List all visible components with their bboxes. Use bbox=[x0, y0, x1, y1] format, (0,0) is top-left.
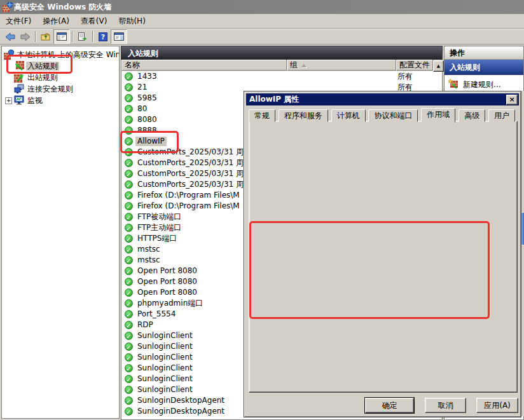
tab-computers[interactable]: 计算机 bbox=[331, 109, 366, 122]
tree-item-connection-security[interactable]: 连接安全规则 bbox=[2, 83, 119, 95]
expand-plus-icon[interactable]: + bbox=[5, 97, 12, 104]
rule-enabled-check-icon: ✓ bbox=[125, 407, 133, 416]
rule-enabled-check-icon: ✓ bbox=[125, 364, 133, 372]
rule-enabled-check-icon: ✓ bbox=[125, 213, 133, 221]
rule-row[interactable]: ✓ 1433 所有 bbox=[121, 71, 442, 82]
rule-name: CustomPorts_2025/03/31 周一 bbox=[135, 147, 253, 157]
sort-ascending-icon bbox=[301, 64, 307, 67]
menu-bar: 文件(F) 操作(A) 查看(V) 帮助(H) bbox=[0, 14, 524, 29]
rule-name: CustomPorts_2025/03/31 周一 bbox=[135, 180, 253, 189]
rule-enabled-check-icon: ✓ bbox=[125, 170, 133, 178]
menu-view[interactable]: 查看(V) bbox=[75, 14, 113, 29]
rule-enabled-check-icon: ✓ bbox=[125, 116, 133, 124]
rule-enabled-check-icon: ✓ bbox=[125, 375, 133, 383]
list-column-headers: 名称 组 配置文件 bbox=[121, 60, 442, 71]
rule-enabled-check-icon: ✓ bbox=[125, 148, 133, 156]
help-icon[interactable]: ? bbox=[95, 30, 111, 43]
scrollbar-up-icon[interactable]: ▲ bbox=[433, 60, 444, 72]
tab-scope[interactable]: 作用域 bbox=[421, 108, 455, 123]
action-pane-toggle-icon[interactable] bbox=[111, 29, 127, 44]
tree-item-inbound-rules[interactable]: 入站规则 bbox=[2, 60, 119, 72]
rule-enabled-check-icon: ✓ bbox=[125, 94, 133, 102]
dialog-tabs: 常规 程序和服务 计算机 协议和端口 作用域 高级 用户 bbox=[249, 108, 516, 121]
rule-enabled-check-icon: ✓ bbox=[125, 288, 133, 297]
toolbar-separator bbox=[35, 31, 36, 42]
allowip-properties-dialog: AllowIP 属性 × 常规 程序和服务 计算机 协议和端口 作用域 高级 用… bbox=[244, 91, 521, 417]
rule-name: Port_5554 bbox=[135, 309, 177, 319]
rule-enabled-check-icon: ✓ bbox=[125, 321, 133, 329]
rule-name: 80 bbox=[135, 104, 149, 114]
column-header-name[interactable]: 名称 bbox=[121, 60, 287, 71]
rule-name: CustomPorts_2025/03/31 周一 bbox=[135, 158, 253, 168]
rule-enabled-check-icon: ✓ bbox=[125, 191, 133, 200]
toolbar-separator bbox=[72, 31, 73, 42]
tree-monitoring-label: 监视 bbox=[26, 96, 44, 105]
rule-enabled-check-icon: ✓ bbox=[125, 267, 133, 275]
rule-enabled-check-icon: ✓ bbox=[125, 332, 133, 340]
rule-enabled-check-icon: ✓ bbox=[125, 159, 133, 167]
menu-help[interactable]: 帮助(H) bbox=[113, 14, 151, 29]
rule-enabled-check-icon: ✓ bbox=[125, 83, 133, 91]
apply-button[interactable]: 应用(A) bbox=[476, 398, 518, 413]
rule-enabled-check-icon: ✓ bbox=[125, 310, 133, 318]
rule-name: 21 bbox=[135, 83, 149, 92]
console-tree-toggle-icon[interactable] bbox=[53, 29, 70, 44]
menu-file[interactable]: 文件(F) bbox=[0, 14, 37, 29]
rule-name: FTP主动端口 bbox=[135, 223, 183, 233]
menu-action[interactable]: 操作(A) bbox=[37, 14, 75, 29]
tree-connsec-label: 连接安全规则 bbox=[26, 85, 74, 93]
rules-panel-title: 入站规则 bbox=[121, 46, 443, 60]
rule-name: Open Port 8080 bbox=[135, 266, 199, 276]
rule-enabled-check-icon: ✓ bbox=[125, 202, 133, 210]
up-folder-icon[interactable] bbox=[38, 30, 53, 43]
export-list-icon[interactable] bbox=[75, 30, 90, 43]
rule-name: Firefox (D:\Program Files\M bbox=[135, 201, 242, 211]
tab-advanced[interactable]: 高级 bbox=[459, 109, 485, 122]
rule-enabled-check-icon: ✓ bbox=[125, 137, 133, 146]
rule-name: HTTPS端口 bbox=[135, 234, 179, 243]
cancel-button[interactable]: 取消 bbox=[425, 398, 466, 413]
tree-item-outbound-rules[interactable]: 出站规则 bbox=[2, 72, 119, 83]
rule-enabled-check-icon: ✓ bbox=[125, 342, 133, 351]
rule-name: mstsc bbox=[135, 255, 162, 265]
firewall-app-icon bbox=[3, 2, 13, 14]
monitoring-icon bbox=[14, 95, 24, 106]
back-icon[interactable] bbox=[3, 30, 18, 43]
rule-name: phpmyadmin端口 bbox=[135, 299, 205, 308]
forward-icon[interactable] bbox=[18, 30, 33, 43]
rule-name: Open Port 8080 bbox=[135, 277, 199, 287]
rule-name: SunloginClient bbox=[135, 374, 195, 384]
scope-tab-page bbox=[249, 121, 518, 393]
column-header-profile[interactable]: 配置文件 bbox=[396, 60, 433, 71]
tab-general[interactable]: 常规 bbox=[249, 109, 275, 122]
new-rule-icon bbox=[448, 79, 459, 91]
tab-protocols-ports[interactable]: 协议和端口 bbox=[368, 109, 418, 122]
ok-button[interactable]: 确定 bbox=[365, 398, 414, 413]
new-rule-label: 新建规则... bbox=[463, 79, 500, 90]
tab-programs-services[interactable]: 程序和服务 bbox=[279, 109, 328, 122]
rule-profile: 所有 bbox=[397, 72, 413, 81]
rule-name: RDP bbox=[135, 320, 155, 330]
rule-enabled-check-icon: ✓ bbox=[125, 278, 133, 286]
window-titlebar[interactable]: 高级安全 Windows 防火墙 bbox=[0, 0, 524, 15]
tab-users[interactable]: 用户 bbox=[488, 109, 515, 122]
rule-name: Firefox (D:\Program Files\M bbox=[135, 191, 242, 200]
new-rule-action[interactable]: 新建规则... bbox=[445, 78, 523, 91]
toolbar-separator bbox=[92, 31, 93, 42]
rule-enabled-check-icon: ✓ bbox=[125, 353, 133, 362]
tree-root-label: 本地计算机 上的高级安全 Wind bbox=[16, 50, 119, 59]
rule-enabled-check-icon: ✓ bbox=[125, 245, 133, 254]
column-header-group[interactable]: 组 bbox=[287, 60, 396, 71]
dialog-titlebar[interactable]: AllowIP 属性 bbox=[246, 93, 519, 105]
scrollbar-thumb[interactable] bbox=[521, 213, 524, 245]
close-icon[interactable]: × bbox=[506, 95, 518, 105]
tree-inbound-label: 入站规则 bbox=[26, 62, 59, 71]
rule-name: 1433 bbox=[135, 72, 159, 81]
rule-enabled-check-icon: ✓ bbox=[125, 224, 133, 232]
rule-enabled-check-icon: ✓ bbox=[125, 126, 133, 135]
tree-item-root[interactable]: 本地计算机 上的高级安全 Wind bbox=[2, 49, 119, 60]
rule-name: SunloginClient bbox=[135, 331, 195, 341]
connection-security-icon bbox=[14, 84, 24, 95]
actions-section-header[interactable]: 入站规则 bbox=[445, 60, 523, 75]
tree-item-monitoring[interactable]: + 监视 bbox=[2, 95, 119, 106]
